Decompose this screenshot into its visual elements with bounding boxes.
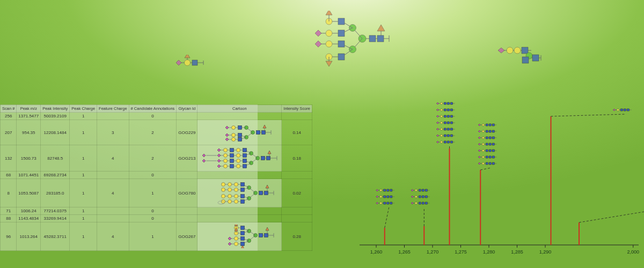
col-peak-intensity: Peak Intensity xyxy=(41,105,70,113)
svg-rect-344 xyxy=(492,162,494,165)
cell: 4 xyxy=(97,222,129,251)
svg-rect-342 xyxy=(486,162,488,165)
svg-rect-364 xyxy=(489,143,491,145)
results-table[interactable]: Scan # Peak m/z Peak Intensity Peak Char… xyxy=(0,105,312,251)
cell: 0 xyxy=(129,215,177,222)
svg-point-107 xyxy=(237,154,240,158)
svg-point-170 xyxy=(228,195,232,198)
x-tick-label: 1,265 xyxy=(398,249,411,255)
svg-marker-375 xyxy=(478,130,480,132)
svg-marker-270 xyxy=(437,141,439,143)
svg-rect-378 xyxy=(489,130,491,132)
annotation-leader xyxy=(551,114,626,116)
svg-marker-228 xyxy=(376,202,378,204)
peak-annotation-glycan xyxy=(376,189,394,204)
svg-rect-95 xyxy=(243,148,247,152)
col-intensity-score: Intensity Score xyxy=(282,105,312,113)
svg-marker-354 xyxy=(478,150,480,152)
svg-point-178 xyxy=(228,200,232,204)
cell: 2 xyxy=(129,145,177,172)
svg-marker-123 xyxy=(217,159,221,162)
table-header-row: Scan # Peak m/z Peak Intensity Peak Char… xyxy=(1,105,312,113)
svg-point-121 xyxy=(224,159,228,163)
svg-rect-371 xyxy=(489,137,491,139)
cell: 207 xyxy=(1,120,17,145)
score-cell: 0.14 xyxy=(282,120,312,145)
svg-rect-21 xyxy=(338,18,345,25)
svg-rect-295 xyxy=(451,122,453,124)
svg-rect-370 xyxy=(486,137,488,139)
svg-rect-260 xyxy=(425,196,427,198)
svg-point-127 xyxy=(237,165,240,168)
svg-point-111 xyxy=(224,154,228,158)
svg-rect-385 xyxy=(489,124,491,126)
cell: 1 xyxy=(70,179,97,207)
svg-rect-109 xyxy=(230,154,234,158)
svg-rect-141 xyxy=(265,191,268,195)
svg-point-214 xyxy=(235,242,238,246)
cell: 4 xyxy=(97,145,129,172)
cell: 4 xyxy=(97,179,129,207)
svg-point-285 xyxy=(441,128,443,130)
svg-marker-4 xyxy=(176,60,181,65)
svg-marker-70 xyxy=(225,126,229,129)
svg-rect-52 xyxy=(522,57,529,63)
svg-rect-273 xyxy=(448,141,450,143)
svg-point-278 xyxy=(441,135,443,137)
svg-rect-12 xyxy=(369,35,376,42)
cell xyxy=(97,113,129,120)
table-row[interactable]: 2561371.547750039.210910 xyxy=(1,113,312,120)
svg-rect-252 xyxy=(422,202,424,204)
svg-point-376 xyxy=(482,130,484,132)
cell xyxy=(177,172,197,179)
table-row[interactable]: 207954.3512208.1484132GOG2290.14 xyxy=(1,120,312,145)
svg-marker-59 xyxy=(263,125,266,128)
svg-marker-305 xyxy=(437,109,439,111)
svg-marker-103 xyxy=(217,148,221,152)
svg-rect-174 xyxy=(241,200,245,204)
svg-rect-300 xyxy=(444,115,447,117)
cell: 1371.5477 xyxy=(17,113,41,120)
cell: 1006.24 xyxy=(17,207,41,215)
svg-marker-6 xyxy=(185,55,190,58)
cartoon-cell xyxy=(197,222,282,251)
svg-rect-266 xyxy=(422,189,424,191)
table-row[interactable]: 711006.2477214.037510 xyxy=(1,207,312,215)
svg-rect-349 xyxy=(486,156,488,158)
score-cell xyxy=(282,215,312,222)
svg-rect-74 xyxy=(238,138,242,142)
cell: 1 xyxy=(70,215,97,222)
col-cartoon: Cartoon xyxy=(197,105,282,113)
svg-marker-133 xyxy=(217,165,221,168)
svg-marker-113 xyxy=(217,154,221,157)
svg-rect-158 xyxy=(241,188,245,192)
cell: 1071.4451 xyxy=(17,172,41,179)
table-row[interactable]: 961013.26445282.3711141GOG2670.28 xyxy=(1,222,312,251)
col-feature-charge: Feature Charge xyxy=(97,105,129,113)
spectrum-chart: 1,2601,2651,2701,2751,2801,2851,2902,000 xyxy=(354,99,644,260)
svg-marker-134 xyxy=(202,154,206,157)
col-mz: Peak m/z xyxy=(17,105,41,113)
table-row[interactable]: 81053.5087283185.0141GOG7800.02 xyxy=(1,179,312,207)
svg-rect-356 xyxy=(486,150,488,152)
cell: 71 xyxy=(1,207,17,215)
table-row[interactable]: 681071.445169268.273410 xyxy=(1,172,312,179)
svg-marker-143 xyxy=(266,185,269,188)
cell xyxy=(97,207,129,215)
svg-rect-308 xyxy=(448,109,450,111)
svg-marker-216 xyxy=(228,242,231,245)
cell: 3 xyxy=(97,120,129,145)
svg-point-164 xyxy=(222,188,225,192)
table-row[interactable]: 1321500.7382748.5142GOG2130.18 xyxy=(1,145,312,172)
svg-rect-34 xyxy=(338,54,345,60)
svg-rect-280 xyxy=(448,135,450,137)
cell: 1 xyxy=(129,179,177,207)
svg-point-48 xyxy=(507,47,513,54)
svg-point-76 xyxy=(232,133,236,137)
cell xyxy=(177,207,197,215)
svg-rect-7 xyxy=(192,60,197,65)
svg-rect-53 xyxy=(532,55,539,61)
table-row[interactable]: 881143.483433269.941410 xyxy=(1,215,312,222)
svg-rect-206 xyxy=(241,237,245,241)
score-cell xyxy=(282,113,312,120)
